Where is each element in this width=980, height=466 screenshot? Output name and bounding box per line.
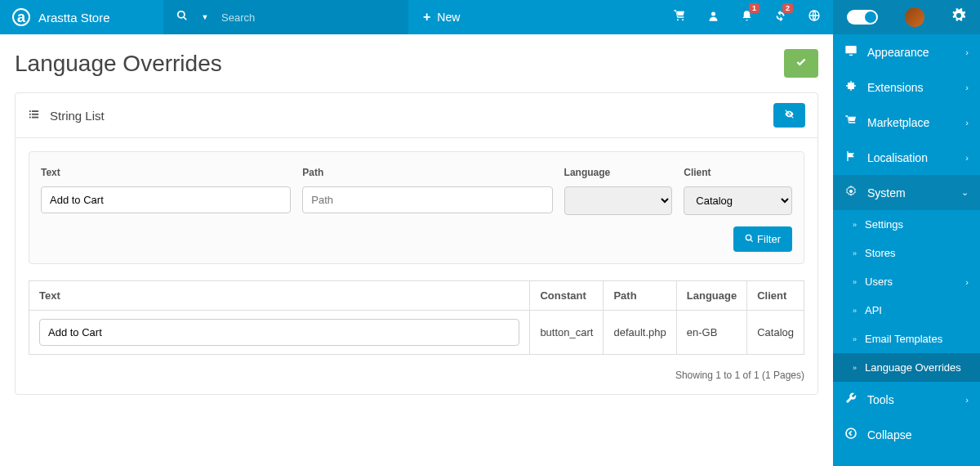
results-table: Text Constant Path Language Client butto…: [29, 280, 804, 355]
eye-slash-icon: [783, 109, 795, 119]
chevron-right-icon: ›: [965, 47, 969, 57]
filter-button[interactable]: Filter: [733, 226, 792, 252]
filter-language-select[interactable]: [564, 186, 673, 215]
double-chevron-icon: »: [853, 278, 857, 286]
double-chevron-icon: »: [853, 335, 857, 343]
th-language[interactable]: Language: [676, 281, 746, 311]
utility-bar: [833, 0, 980, 34]
page-title: Language Overrides: [15, 51, 222, 77]
sidebar-item-system[interactable]: System ⌄: [833, 175, 980, 210]
filter-path-input[interactable]: [302, 186, 552, 213]
th-path[interactable]: Path: [604, 281, 676, 311]
filter-button-label: Filter: [757, 233, 781, 245]
cart-icon[interactable]: [673, 9, 686, 25]
visibility-button[interactable]: [773, 103, 805, 128]
svg-point-0: [178, 11, 185, 18]
chevron-right-icon: ›: [965, 83, 969, 92]
th-text[interactable]: Text: [29, 281, 530, 311]
sidebar-sub-stores[interactable]: » Stores: [833, 239, 980, 267]
notifications-icon[interactable]: 1: [741, 10, 753, 25]
svg-point-3: [682, 19, 684, 20]
svg-point-17: [849, 190, 853, 193]
search-input[interactable]: [221, 11, 396, 24]
sidebar-sub-users[interactable]: » Users ›: [833, 267, 980, 296]
row-text-input[interactable]: [39, 319, 519, 346]
top-icons: 1 2: [673, 9, 833, 25]
chevron-right-icon: ›: [965, 395, 969, 405]
sidebar-sub-settings[interactable]: » Settings: [833, 210, 980, 239]
sidebar-item-localisation[interactable]: Localisation ›: [833, 140, 980, 175]
svg-rect-11: [32, 116, 38, 118]
svg-point-4: [711, 11, 715, 16]
th-constant[interactable]: Constant: [530, 281, 604, 311]
save-button[interactable]: [784, 49, 818, 78]
collapse-icon: [844, 427, 858, 442]
sidebar-item-appearance[interactable]: Appearance ›: [833, 34, 980, 69]
chevron-right-icon: ›: [965, 153, 969, 163]
puzzle-icon: [844, 79, 858, 95]
row-language: en-GB: [676, 311, 746, 355]
svg-point-2: [677, 19, 679, 20]
monitor-icon: [844, 44, 858, 60]
svg-point-13: [746, 235, 751, 240]
topbar: a Arastta Store ▼ + New 1 2: [0, 0, 980, 34]
svg-point-18: [846, 428, 856, 438]
panel-title: String List: [50, 109, 105, 123]
sidebar-item-tools[interactable]: Tools ›: [833, 382, 980, 417]
sync-badge: 2: [782, 3, 793, 13]
filter-box: Text Path Language Client Catalog: [29, 151, 804, 264]
filter-path-label: Path: [302, 167, 552, 178]
search-dropdown-icon[interactable]: ▼: [198, 13, 212, 21]
row-constant: button_cart: [530, 311, 604, 355]
theme-toggle[interactable]: [847, 10, 878, 25]
check-icon: [795, 56, 807, 68]
brand-logo-icon: a: [12, 8, 30, 26]
svg-rect-6: [29, 110, 31, 112]
filter-language-label: Language: [564, 167, 673, 178]
wrench-icon: [844, 392, 858, 407]
chevron-right-icon: ›: [965, 277, 969, 287]
svg-rect-10: [29, 116, 31, 118]
globe-icon[interactable]: [808, 9, 821, 25]
svg-line-14: [751, 240, 753, 242]
cart-icon: [844, 114, 858, 130]
sidebar-item-extensions[interactable]: Extensions ›: [833, 69, 980, 105]
sidebar-sub-language-overrides[interactable]: » Language Overrides: [833, 353, 980, 382]
filter-client-label: Client: [684, 167, 792, 178]
filter-text-input[interactable]: [41, 186, 291, 213]
content: Language Overrides String List Text: [0, 34, 833, 466]
chevron-right-icon: ›: [965, 118, 969, 128]
double-chevron-icon: »: [853, 221, 857, 229]
sidebar-item-marketplace[interactable]: Marketplace ›: [833, 105, 980, 140]
sync-icon[interactable]: 2: [774, 10, 786, 25]
brand[interactable]: a Arastta Store: [0, 8, 163, 26]
new-button[interactable]: + New: [408, 10, 474, 25]
plus-icon: +: [423, 10, 430, 25]
brand-name: Arastta Store: [38, 11, 110, 25]
magnify-icon: [745, 234, 754, 243]
sidebar-sub-api[interactable]: » API: [833, 296, 980, 325]
user-icon[interactable]: [707, 10, 719, 25]
search-icon[interactable]: [176, 10, 189, 25]
table-row: button_cart default.php en-GB Catalog: [29, 311, 804, 355]
row-path: default.php: [604, 311, 676, 355]
svg-rect-15: [845, 46, 856, 53]
new-label: New: [437, 11, 460, 24]
gear-icon[interactable]: [951, 8, 966, 26]
double-chevron-icon: »: [853, 364, 857, 372]
avatar[interactable]: [905, 7, 924, 27]
sidebar: Appearance › Extensions › Marketplace › …: [833, 34, 980, 466]
th-client[interactable]: Client: [747, 281, 804, 311]
sidebar-item-collapse[interactable]: Collapse: [833, 417, 980, 452]
chevron-down-icon: ⌄: [961, 187, 969, 198]
gear-icon: [844, 185, 858, 200]
sidebar-sub-email-templates[interactable]: » Email Templates: [833, 325, 980, 353]
pagination-info: Showing 1 to 1 of 1 (1 Pages): [29, 370, 804, 381]
row-client: Catalog: [747, 311, 804, 355]
filter-client-select[interactable]: Catalog: [684, 186, 792, 215]
string-list-panel: String List Text Path Language: [15, 92, 818, 395]
svg-rect-16: [849, 55, 853, 56]
svg-rect-8: [29, 113, 31, 114]
double-chevron-icon: »: [853, 249, 857, 258]
svg-line-1: [184, 17, 187, 20]
